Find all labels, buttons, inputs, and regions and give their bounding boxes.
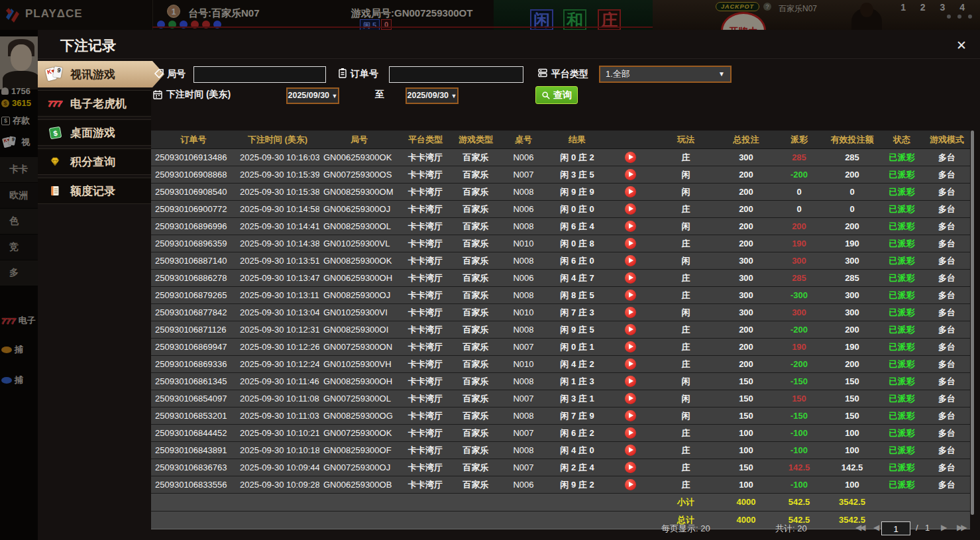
table-row: 2509301068335562025-09-30 10:09:28GN0062…: [151, 476, 970, 494]
replay-button[interactable]: [625, 203, 636, 215]
last-page-icon[interactable]: ▶▶: [957, 523, 965, 532]
cell-time: 2025-09-30 10:12:26: [236, 339, 319, 355]
cell-bet: 闲: [653, 304, 718, 321]
replay-button[interactable]: [625, 462, 636, 473]
replay-button[interactable]: [625, 221, 636, 232]
replay-button[interactable]: [625, 272, 636, 284]
cell-payout: 0: [774, 201, 824, 217]
cell-table: N008: [500, 252, 547, 269]
cell-status: 已派彩: [880, 339, 924, 355]
sidebar-item-slots[interactable]: 777 电子老虎机: [38, 90, 151, 117]
cell-mode: 多台: [924, 459, 970, 476]
replay-button[interactable]: [625, 358, 636, 370]
page: PLAYΔCE 1 台号:百家乐N07 游戏局号:GN007259300OT 闲…: [0, 0, 980, 540]
date-to-picker[interactable]: 2025/09/30 ▼: [406, 87, 459, 104]
replay-button[interactable]: [625, 376, 636, 387]
cell-round: GN007259300OL: [319, 390, 399, 407]
replay-button[interactable]: [625, 324, 636, 335]
cell-valid: 200: [824, 218, 880, 235]
cell-time: 2025-09-30 10:09:44: [236, 459, 319, 476]
page-number-input[interactable]: 1: [881, 521, 910, 535]
replay-button[interactable]: [625, 427, 636, 439]
cell-status: 已派彩: [880, 321, 924, 338]
cell-result: 闲 4 庄 0: [547, 442, 607, 459]
cell-platform: 卡卡湾厅: [399, 166, 452, 183]
header-cell: 状态: [880, 131, 924, 148]
next-page-icon[interactable]: ▶: [941, 523, 947, 532]
sidebar-item-table-games[interactable]: $ 桌面游戏: [38, 119, 151, 146]
cell-result: 闲 0 庄 8: [547, 235, 607, 252]
cell-mode: 多台: [924, 390, 970, 407]
search-button[interactable]: 查询: [535, 86, 578, 104]
replay-button[interactable]: [625, 410, 636, 421]
cell-status: 已派彩: [880, 235, 924, 252]
platform-filter-label: 平台类型: [551, 68, 588, 80]
cell-status: 已派彩: [880, 201, 924, 217]
replay-button[interactable]: [625, 255, 636, 266]
table-row: 2509301068367632025-09-30 10:09:44GN0072…: [151, 459, 970, 476]
replay-button[interactable]: [625, 445, 636, 456]
search-icon: [541, 91, 551, 100]
replay-button[interactable]: [625, 186, 636, 197]
cell-time: 2025-09-30 10:10:21: [236, 425, 319, 441]
modal-title: 下注记录: [60, 36, 116, 55]
cell-play: [607, 201, 653, 217]
cell-time: 2025-09-30 10:13:04: [236, 304, 319, 321]
cell-time: 2025-09-30 10:14:58: [236, 201, 319, 217]
table-scrollbar[interactable]: [971, 131, 974, 515]
sidebar-item-credit-records[interactable]: 额度记录: [38, 178, 151, 204]
cell-time: 2025-09-30 10:15:39: [236, 166, 319, 183]
cell-platform: 卡卡湾厅: [399, 459, 452, 476]
cell-order: 250930106833556: [151, 476, 236, 493]
replay-button[interactable]: [625, 341, 636, 352]
order-input[interactable]: [389, 66, 523, 83]
cell-order: 250930106887140: [151, 252, 236, 269]
cell-game: 百家乐: [452, 166, 500, 183]
cell-game: 百家乐: [452, 459, 500, 476]
cell-order: 250930106843891: [151, 442, 236, 459]
table-row: 2509301068711262025-09-30 10:12:31GN0082…: [151, 321, 970, 339]
tag-icon: [154, 68, 164, 79]
replay-button[interactable]: [625, 307, 636, 318]
replay-button[interactable]: [625, 238, 636, 249]
cell-platform: 卡卡湾厅: [399, 425, 452, 441]
cell-play: [607, 459, 653, 476]
cell-bet: 闲: [653, 184, 718, 200]
round-input[interactable]: [193, 66, 326, 83]
calendar-icon: [152, 89, 163, 100]
cell-valid: 100: [824, 442, 880, 459]
cell-bet: 闲: [653, 373, 718, 390]
replay-button[interactable]: [625, 290, 636, 301]
cell-valid: 300: [824, 304, 880, 321]
cell-result: 闲 0 庄 1: [547, 339, 607, 355]
cell-order: 250930106908540: [151, 184, 236, 200]
cell-time: 2025-09-30 10:09:28: [236, 476, 319, 493]
date-from-picker[interactable]: 2025/09/30 ▼: [286, 87, 339, 104]
sidebar-item-points[interactable]: 积分查询: [38, 148, 151, 175]
prev-page-icon[interactable]: ◀: [873, 523, 879, 532]
cell-total: 300: [718, 149, 774, 166]
table-row: 2509301069085402025-09-30 10:15:38GN0082…: [151, 184, 970, 201]
sidebar-item-video-games[interactable]: K♥9 视讯游戏: [38, 61, 164, 87]
platform-select[interactable]: 1.全部 ▼: [599, 66, 732, 83]
order-filter-label: 订单号: [351, 68, 378, 80]
cell-mode: 多台: [924, 321, 970, 338]
cell-game: 百家乐: [452, 270, 500, 286]
cell-bet: 庄: [653, 287, 718, 303]
cell-game: 百家乐: [452, 339, 500, 355]
cell-game: 百家乐: [452, 356, 500, 372]
cell-total: 100: [718, 476, 774, 493]
cell-table: N010: [500, 356, 547, 372]
cell-status: 已派彩: [880, 149, 924, 166]
cell-play: [607, 442, 653, 459]
cell-time: 2025-09-30 10:15:38: [236, 184, 319, 200]
cell-play: [607, 166, 653, 183]
replay-button[interactable]: [625, 393, 636, 404]
cell-bet: 庄: [653, 356, 718, 372]
replay-button[interactable]: [625, 169, 636, 180]
replay-button[interactable]: [625, 152, 636, 163]
first-page-icon[interactable]: ◀◀: [855, 523, 863, 532]
replay-button[interactable]: [625, 479, 636, 490]
cell-play: [607, 390, 653, 407]
cell-total: 200: [718, 166, 774, 183]
